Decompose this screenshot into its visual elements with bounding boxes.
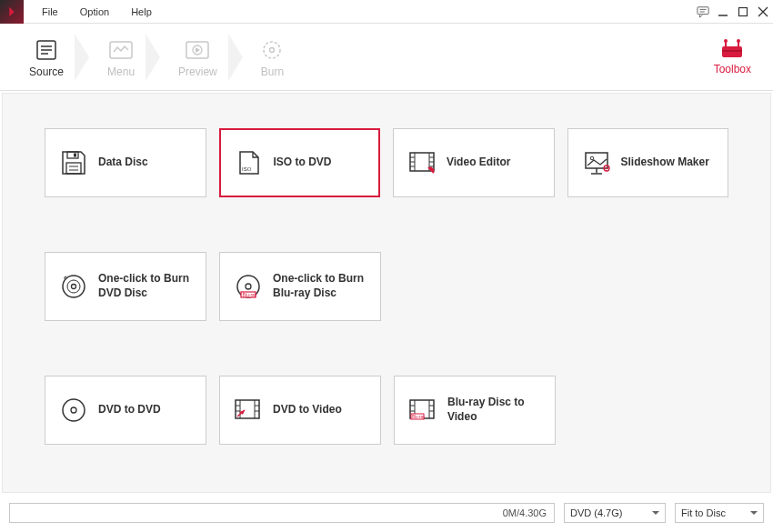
film-convert-icon (233, 395, 264, 426)
svg-point-15 (270, 47, 275, 52)
toolbox-label: Toolbox (714, 63, 751, 75)
source-icon (35, 36, 58, 64)
card-label: Data Disc (98, 156, 148, 170)
menu-file[interactable]: File (31, 0, 69, 24)
card-iso-to-dvd[interactable]: ISO ISO to DVD (219, 128, 381, 197)
menu-icon (109, 36, 133, 64)
bluray-film-icon: Blu-ray (407, 395, 438, 426)
svg-point-19 (737, 39, 740, 43)
burn-icon (261, 36, 283, 64)
svg-point-46 (246, 284, 251, 289)
svg-point-42 (63, 276, 85, 297)
iso-file-icon: ISO (234, 147, 265, 178)
chevron-down-icon (652, 511, 659, 515)
card-label: One-click to Burn Blu-ray Disc (273, 272, 371, 300)
menu-help[interactable]: Help (120, 0, 163, 24)
card-dvd-to-dvd[interactable]: DVD to DVD (45, 376, 206, 445)
card-oneclick-dvd[interactable]: One-click to Burn DVD Disc (45, 252, 206, 321)
app-logo-icon (0, 0, 24, 24)
floppy-icon (58, 147, 89, 178)
svg-point-43 (67, 280, 80, 293)
svg-rect-4 (739, 7, 748, 15)
svg-point-50 (71, 407, 76, 413)
card-slideshow-maker[interactable]: Slideshow Maker (567, 128, 729, 197)
card-label: One-click to Burn DVD Disc (98, 272, 196, 300)
svg-text:Blu-ray: Blu-ray (412, 415, 426, 419)
minimize-button[interactable] (713, 2, 733, 22)
fit-mode-value: Fit to Disc (681, 507, 726, 518)
card-label: Blu-ray Disc to Video (447, 396, 546, 424)
close-button[interactable] (753, 2, 773, 22)
feedback-icon[interactable] (693, 2, 713, 22)
bluray-disc-icon: Blu-ray (233, 271, 264, 302)
step-preview[interactable]: Preview (164, 24, 232, 91)
main-content: Data Disc ISO ISO to DVD Video Editor Sl… (2, 93, 771, 493)
disc-burn-icon (58, 271, 89, 302)
chevron-down-icon (750, 511, 758, 515)
disc-type-value: DVD (4.7G) (570, 507, 622, 518)
toolbox-icon (720, 39, 744, 59)
step-burn-label: Burn (261, 65, 284, 78)
menubar: File Option Help (0, 0, 773, 24)
card-row-2: One-click to Burn DVD Disc Blu-ray One-c… (45, 252, 728, 321)
step-preview-label: Preview (178, 65, 217, 78)
svg-text:ISO: ISO (242, 166, 252, 172)
svg-point-38 (590, 156, 594, 160)
step-burn[interactable]: Burn (246, 24, 298, 91)
svg-point-44 (72, 285, 76, 289)
card-row-3: DVD to DVD DVD to Video Blu-ray Blu-ray … (45, 376, 728, 445)
svg-rect-21 (722, 50, 742, 52)
svg-rect-24 (66, 163, 81, 174)
card-dvd-to-video[interactable]: DVD to Video (219, 376, 381, 445)
card-row-1: Data Disc ISO ISO to DVD Video Editor Sl… (45, 128, 728, 197)
card-video-editor[interactable]: Video Editor (393, 128, 555, 197)
slideshow-icon (581, 147, 612, 178)
fit-mode-select[interactable]: Fit to Disc (675, 503, 764, 523)
step-navigation: Source Menu Preview Burn Toolbox (0, 24, 773, 91)
card-label: ISO to DVD (274, 156, 332, 170)
step-menu-label: Menu (107, 65, 135, 78)
progress-indicator: 0M/4.30G (9, 503, 555, 523)
toolbox-button[interactable]: Toolbox (707, 39, 758, 75)
svg-text:Blu-ray: Blu-ray (243, 292, 257, 297)
card-data-disc[interactable]: Data Disc (45, 128, 206, 197)
card-label: Video Editor (447, 156, 510, 170)
menu-option[interactable]: Option (69, 0, 120, 24)
preview-icon (186, 36, 209, 64)
svg-rect-23 (74, 154, 76, 157)
disc-type-select[interactable]: DVD (4.7G) (564, 503, 666, 523)
maximize-button[interactable] (733, 2, 753, 22)
card-label: Slideshow Maker (621, 156, 709, 170)
card-oneclick-bluray[interactable]: Blu-ray One-click to Burn Blu-ray Disc (219, 252, 381, 321)
svg-point-17 (724, 39, 728, 43)
disc-icon (58, 395, 89, 426)
svg-point-14 (264, 42, 280, 58)
progress-text: 0M/4.30G (503, 507, 547, 518)
svg-rect-0 (698, 6, 708, 14)
step-source-label: Source (29, 65, 64, 78)
video-editor-icon (407, 147, 437, 178)
card-bluray-to-video[interactable]: Blu-ray Blu-ray Disc to Video (394, 376, 556, 445)
svg-point-49 (63, 399, 85, 421)
step-menu[interactable]: Menu (93, 24, 149, 91)
card-grid: Data Disc ISO ISO to DVD Video Editor Sl… (45, 128, 728, 445)
card-label: DVD to DVD (98, 403, 161, 417)
svg-rect-22 (67, 152, 78, 158)
step-source[interactable]: Source (15, 24, 78, 91)
card-label: DVD to Video (273, 403, 342, 417)
footer-bar: 0M/4.30G DVD (4.7G) Fit to Disc (0, 495, 773, 531)
